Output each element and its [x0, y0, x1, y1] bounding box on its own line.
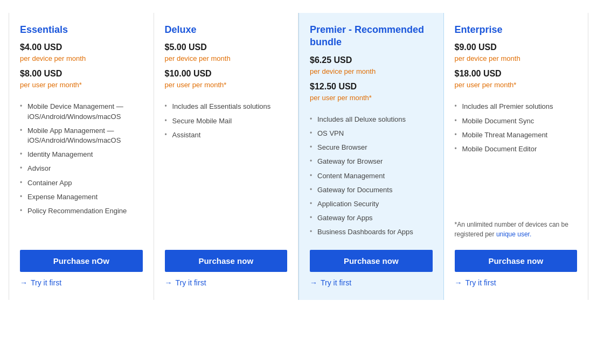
feature-item-essentials-4: Container App — [20, 176, 143, 190]
plan-title-enterprise: Enterprise — [455, 24, 578, 36]
feature-item-enterprise-3: Mobile Document Editor — [455, 142, 578, 156]
arrow-icon-essentials: → — [20, 278, 27, 287]
arrow-icon-enterprise: → — [455, 278, 462, 287]
feature-item-premier-0: Includes all Deluxe solutions — [310, 113, 433, 127]
price-secondary-essentials: $8.00 USD — [20, 69, 143, 79]
plan-card-enterprise: Enterprise$9.00 USDper device per month$… — [444, 13, 589, 300]
feature-item-essentials-5: Expense Management — [20, 190, 143, 204]
price-label-primary-enterprise: per device per month — [455, 54, 578, 62]
price-label-primary-essentials: per device per month — [20, 54, 143, 62]
feature-item-essentials-2: Identity Management — [20, 148, 143, 162]
try-link-enterprise[interactable]: →Try it first — [455, 278, 578, 287]
price-primary-essentials: $4.00 USD — [20, 43, 143, 52]
feature-item-enterprise-0: Includes all Premier solutions — [455, 100, 578, 114]
price-secondary-enterprise: $18.00 USD — [455, 69, 578, 79]
plan-card-deluxe: Deluxe$5.00 USDper device per month$10.0… — [154, 13, 299, 300]
feature-item-premier-6: Application Security — [310, 197, 433, 211]
price-primary-deluxe: $5.00 USD — [165, 43, 288, 52]
feature-item-premier-4: Content Management — [310, 169, 433, 183]
try-link-essentials[interactable]: →Try it first — [20, 278, 143, 287]
purchase-button-premier[interactable]: Purchase now — [310, 250, 433, 272]
try-label-deluxe: Try it first — [176, 278, 206, 287]
try-label-enterprise: Try it first — [466, 278, 496, 287]
price-primary-premier: $6.25 USD — [310, 55, 433, 65]
feature-item-premier-5: Gateway for Documents — [310, 183, 433, 197]
features-list-premier: Includes all Deluxe solutionsOS VPNSecur… — [310, 113, 433, 240]
purchase-button-deluxe[interactable]: Purchase now — [165, 250, 288, 272]
plan-card-premier: Premier - Recommended bundle$6.25 USDper… — [298, 13, 444, 300]
purchase-button-enterprise[interactable]: Purchase now — [455, 250, 578, 272]
try-link-premier[interactable]: →Try it first — [310, 278, 433, 287]
plan-title-deluxe: Deluxe — [165, 24, 288, 36]
try-link-deluxe[interactable]: →Try it first — [165, 278, 288, 287]
try-label-premier: Try it first — [321, 278, 351, 287]
purchase-button-essentials[interactable]: Purchase nOw — [20, 250, 143, 272]
price-secondary-deluxe: $10.00 USD — [165, 69, 288, 79]
price-label-primary-deluxe: per device per month — [165, 54, 288, 62]
arrow-icon-deluxe: → — [165, 278, 172, 287]
feature-item-deluxe-0: Includes all Essentials solutions — [165, 100, 288, 114]
feature-item-enterprise-2: Mobile Threat Management — [455, 128, 578, 142]
features-list-enterprise: Includes all Premier solutionsMobile Doc… — [455, 100, 578, 205]
feature-item-premier-8: Business Dashboards for Apps — [310, 225, 433, 239]
feature-item-premier-1: OS VPN — [310, 127, 433, 141]
feature-item-essentials-3: Advisor — [20, 162, 143, 176]
price-label-secondary-essentials: per user per month* — [20, 81, 143, 89]
features-list-essentials: Mobile Device Management — iOS/Android/W… — [20, 100, 143, 218]
plan-title-essentials: Essentials — [20, 24, 143, 36]
plan-title-premier: Premier - Recommended bundle — [310, 24, 433, 49]
feature-item-premier-2: Secure Browser — [310, 141, 433, 155]
plans-container: Essentials$4.00 USDper device per month$… — [9, 13, 588, 300]
price-secondary-premier: $12.50 USD — [310, 82, 433, 92]
features-list-deluxe: Includes all Essentials solutionsSecure … — [165, 100, 288, 170]
try-label-essentials: Try it first — [31, 278, 61, 287]
price-label-primary-premier: per device per month — [310, 67, 433, 75]
feature-item-essentials-1: Mobile App Management — iOS/Android/Wind… — [20, 124, 143, 148]
arrow-icon-premier: → — [310, 278, 317, 287]
feature-item-premier-3: Gateway for Browser — [310, 155, 433, 169]
feature-item-deluxe-1: Secure Mobile Mail — [165, 114, 288, 128]
feature-item-enterprise-1: Mobile Document Sync — [455, 114, 578, 128]
price-label-secondary-enterprise: per user per month* — [455, 81, 578, 89]
price-label-secondary-premier: per user per month* — [310, 94, 433, 102]
feature-item-essentials-6: Policy Recommendation Engine — [20, 204, 143, 218]
feature-item-essentials-0: Mobile Device Management — iOS/Android/W… — [20, 100, 143, 123]
footnote-enterprise: *An unlimited number of devices can be r… — [455, 220, 578, 239]
feature-item-deluxe-2: Assistant — [165, 128, 288, 142]
price-label-secondary-deluxe: per user per month* — [165, 81, 288, 89]
price-primary-enterprise: $9.00 USD — [455, 43, 578, 52]
feature-item-premier-7: Gateway for Apps — [310, 211, 433, 225]
plan-card-essentials: Essentials$4.00 USDper device per month$… — [9, 13, 154, 300]
